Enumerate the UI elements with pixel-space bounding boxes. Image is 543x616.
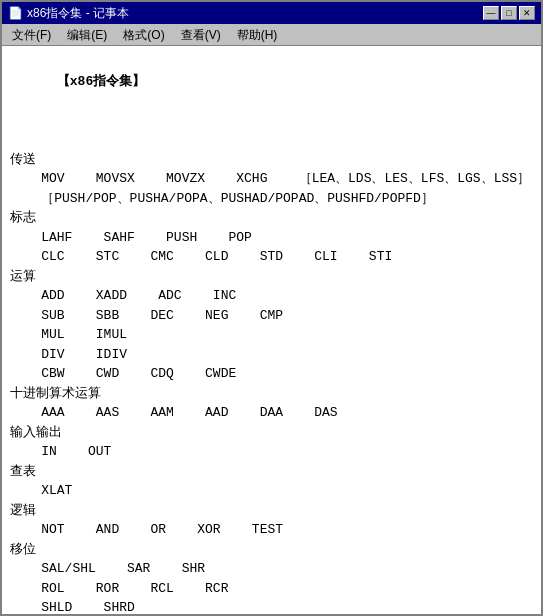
section-2: 运算 ADD XADD ADC INC SUB SBB DEC NEG CMP … (10, 267, 533, 384)
title-bar-controls: — □ ✕ (483, 6, 535, 20)
menu-bar: 文件(F) 编辑(E) 格式(O) 查看(V) 帮助(H) (2, 24, 541, 46)
content-heading: 【x86指令集】 (57, 74, 145, 89)
section-title-4: 输入输出 (10, 423, 533, 443)
section-line-2-3: DIV IDIV (10, 345, 533, 365)
section-line-0-1: ［PUSH/POP、PUSHA/POPA、PUSHAD/POPAD、PUSHFD… (10, 189, 533, 209)
window-title: x86指令集 - 记事本 (27, 5, 129, 22)
close-button[interactable]: ✕ (519, 6, 535, 20)
section-line-4-0: IN OUT (10, 442, 533, 462)
section-5: 查表 XLAT (10, 462, 533, 501)
title-bar-text: 📄 x86指令集 - 记事本 (8, 5, 129, 22)
menu-view[interactable]: 查看(V) (175, 26, 227, 43)
section-6: 逻辑 NOT AND OR XOR TEST (10, 501, 533, 540)
minimize-button[interactable]: — (483, 6, 499, 20)
section-title-6: 逻辑 (10, 501, 533, 521)
section-title-5: 查表 (10, 462, 533, 482)
section-line-1-1: CLC STC CMC CLD STD CLI STI (10, 247, 533, 267)
section-line-5-0: XLAT (10, 481, 533, 501)
sections-container: 传送 MOV MOVSX MOVZX XCHG ［LEA、LDS、LES、LFS… (10, 150, 533, 615)
section-title-3: 十进制算术运算 (10, 384, 533, 404)
section-line-7-0: SAL/SHL SAR SHR (10, 559, 533, 579)
menu-format[interactable]: 格式(O) (117, 26, 170, 43)
section-3: 十进制算术运算 AAA AAS AAM AAD DAA DAS (10, 384, 533, 423)
menu-edit[interactable]: 编辑(E) (61, 26, 113, 43)
content-area[interactable]: 【x86指令集】 传送 MOV MOVSX MOVZX XCHG ［LEA、LD… (2, 46, 541, 614)
menu-help[interactable]: 帮助(H) (231, 26, 284, 43)
menu-file[interactable]: 文件(F) (6, 26, 57, 43)
window-icon: 📄 (8, 6, 23, 20)
content-text: 【x86指令集】 (10, 52, 533, 150)
section-0: 传送 MOV MOVSX MOVZX XCHG ［LEA、LDS、LES、LFS… (10, 150, 533, 209)
section-line-3-0: AAA AAS AAM AAD DAA DAS (10, 403, 533, 423)
section-line-2-1: SUB SBB DEC NEG CMP (10, 306, 533, 326)
section-line-6-0: NOT AND OR XOR TEST (10, 520, 533, 540)
section-line-0-0: MOV MOVSX MOVZX XCHG ［LEA、LDS、LES、LFS、LG… (10, 169, 533, 189)
section-title-7: 移位 (10, 540, 533, 560)
section-line-7-1: ROL ROR RCL RCR (10, 579, 533, 599)
section-line-2-4: CBW CWD CDQ CWDE (10, 364, 533, 384)
maximize-button[interactable]: □ (501, 6, 517, 20)
section-line-2-0: ADD XADD ADC INC (10, 286, 533, 306)
section-title-1: 标志 (10, 208, 533, 228)
main-window: 📄 x86指令集 - 记事本 — □ ✕ 文件(F) 编辑(E) 格式(O) 查… (0, 0, 543, 616)
section-title-2: 运算 (10, 267, 533, 287)
section-line-7-2: SHLD SHRD (10, 598, 533, 614)
section-7: 移位 SAL/SHL SAR SHR ROL ROR RCL RCR SHLD … (10, 540, 533, 615)
section-title-0: 传送 (10, 150, 533, 170)
title-bar: 📄 x86指令集 - 记事本 — □ ✕ (2, 2, 541, 24)
section-line-2-2: MUL IMUL (10, 325, 533, 345)
section-line-1-0: LAHF SAHF PUSH POP (10, 228, 533, 248)
section-4: 输入输出 IN OUT (10, 423, 533, 462)
section-1: 标志 LAHF SAHF PUSH POP CLC STC CMC CLD ST… (10, 208, 533, 267)
